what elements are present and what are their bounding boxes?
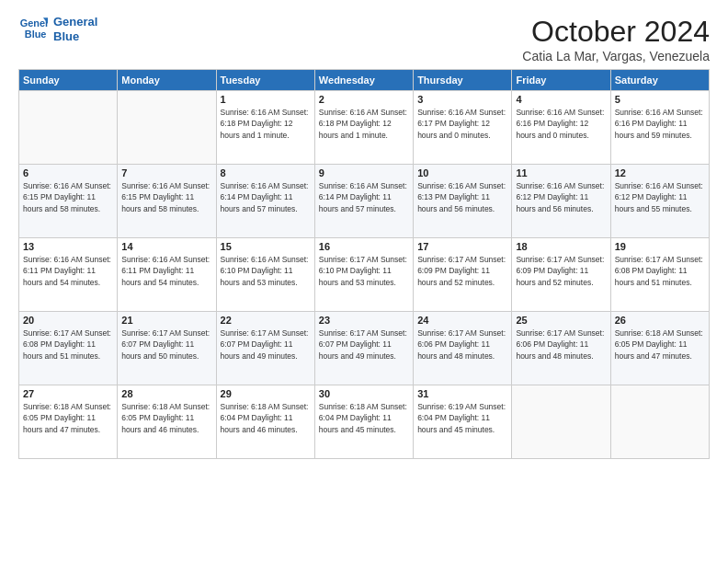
- day-info: Sunrise: 6:17 AM Sunset: 6:10 PM Dayligh…: [319, 254, 409, 288]
- day-number: 10: [417, 167, 507, 178]
- calendar-cell: 3Sunrise: 6:16 AM Sunset: 6:17 PM Daylig…: [414, 91, 512, 165]
- calendar-cell: 13Sunrise: 6:16 AM Sunset: 6:11 PM Dayli…: [19, 238, 118, 312]
- svg-text:Blue: Blue: [25, 29, 47, 40]
- calendar-cell: 7Sunrise: 6:16 AM Sunset: 6:15 PM Daylig…: [118, 165, 216, 238]
- day-number: 30: [319, 388, 409, 399]
- day-number: 29: [221, 388, 311, 399]
- logo: General Blue General Blue: [18, 15, 97, 44]
- day-number: 6: [23, 167, 113, 178]
- day-number: 22: [221, 315, 311, 326]
- day-number: 2: [319, 94, 409, 105]
- day-number: 5: [615, 94, 705, 105]
- day-info: Sunrise: 6:16 AM Sunset: 6:16 PM Dayligh…: [516, 107, 606, 141]
- day-info: Sunrise: 6:17 AM Sunset: 6:07 PM Dayligh…: [221, 327, 311, 362]
- day-info: Sunrise: 6:16 AM Sunset: 6:12 PM Dayligh…: [516, 180, 606, 214]
- calendar-cell: 19Sunrise: 6:17 AM Sunset: 6:08 PM Dayli…: [610, 238, 709, 312]
- calendar-cell: 16Sunrise: 6:17 AM Sunset: 6:10 PM Dayli…: [314, 238, 413, 312]
- day-info: Sunrise: 6:17 AM Sunset: 6:09 PM Dayligh…: [516, 254, 606, 288]
- calendar-cell: 21Sunrise: 6:17 AM Sunset: 6:07 PM Dayli…: [118, 312, 216, 385]
- header: General Blue General Blue October 2024 C…: [18, 15, 710, 63]
- calendar-week-row: 20Sunrise: 6:17 AM Sunset: 6:08 PM Dayli…: [19, 312, 710, 385]
- day-info: Sunrise: 6:16 AM Sunset: 6:18 PM Dayligh…: [221, 107, 311, 141]
- calendar-cell: 20Sunrise: 6:17 AM Sunset: 6:08 PM Dayli…: [19, 312, 118, 385]
- day-number: 24: [417, 315, 507, 326]
- calendar-cell: 27Sunrise: 6:18 AM Sunset: 6:05 PM Dayli…: [19, 385, 118, 459]
- calendar-cell: 26Sunrise: 6:18 AM Sunset: 6:05 PM Dayli…: [610, 312, 709, 385]
- calendar-cell: 5Sunrise: 6:16 AM Sunset: 6:16 PM Daylig…: [610, 91, 709, 165]
- calendar-cell: 31Sunrise: 6:19 AM Sunset: 6:04 PM Dayli…: [414, 385, 512, 459]
- day-info: Sunrise: 6:18 AM Sunset: 6:05 PM Dayligh…: [121, 401, 211, 435]
- day-info: Sunrise: 6:18 AM Sunset: 6:04 PM Dayligh…: [319, 401, 409, 435]
- calendar-cell: [118, 91, 216, 165]
- day-number: 25: [516, 315, 606, 326]
- calendar-cell: 2Sunrise: 6:16 AM Sunset: 6:18 PM Daylig…: [314, 91, 413, 165]
- day-number: 31: [417, 388, 507, 399]
- day-number: 28: [121, 388, 211, 399]
- day-number: 3: [417, 94, 507, 105]
- day-number: 23: [319, 315, 409, 326]
- calendar-cell: 11Sunrise: 6:16 AM Sunset: 6:12 PM Dayli…: [512, 165, 610, 238]
- day-number: 16: [319, 241, 409, 252]
- day-info: Sunrise: 6:16 AM Sunset: 6:18 PM Dayligh…: [319, 107, 409, 141]
- calendar-header-row: SundayMondayTuesdayWednesdayThursdayFrid…: [19, 70, 710, 91]
- calendar-cell: 10Sunrise: 6:16 AM Sunset: 6:13 PM Dayli…: [414, 165, 512, 238]
- calendar-cell: 22Sunrise: 6:17 AM Sunset: 6:07 PM Dayli…: [216, 312, 314, 385]
- calendar-week-row: 6Sunrise: 6:16 AM Sunset: 6:15 PM Daylig…: [19, 165, 710, 238]
- calendar-cell: 15Sunrise: 6:16 AM Sunset: 6:10 PM Dayli…: [216, 238, 314, 312]
- day-info: Sunrise: 6:17 AM Sunset: 6:08 PM Dayligh…: [615, 254, 705, 288]
- day-number: 13: [23, 241, 113, 252]
- day-info: Sunrise: 6:16 AM Sunset: 6:15 PM Dayligh…: [121, 180, 211, 214]
- day-info: Sunrise: 6:17 AM Sunset: 6:09 PM Dayligh…: [417, 254, 507, 288]
- svg-text:General: General: [20, 17, 48, 29]
- day-info: Sunrise: 6:16 AM Sunset: 6:14 PM Dayligh…: [221, 180, 311, 214]
- calendar-table: SundayMondayTuesdayWednesdayThursdayFrid…: [18, 69, 710, 459]
- day-info: Sunrise: 6:16 AM Sunset: 6:10 PM Dayligh…: [221, 254, 311, 288]
- day-info: Sunrise: 6:17 AM Sunset: 6:07 PM Dayligh…: [121, 327, 211, 362]
- day-info: Sunrise: 6:18 AM Sunset: 6:05 PM Dayligh…: [615, 327, 705, 362]
- calendar-cell: [19, 91, 118, 165]
- day-info: Sunrise: 6:17 AM Sunset: 6:06 PM Dayligh…: [516, 327, 606, 362]
- calendar-header-day: Monday: [118, 70, 216, 91]
- calendar-cell: 29Sunrise: 6:18 AM Sunset: 6:04 PM Dayli…: [216, 385, 314, 459]
- calendar-header-day: Saturday: [610, 70, 709, 91]
- day-number: 17: [417, 241, 507, 252]
- calendar-header-day: Wednesday: [314, 70, 413, 91]
- day-info: Sunrise: 6:17 AM Sunset: 6:06 PM Dayligh…: [417, 327, 507, 362]
- calendar-cell: 17Sunrise: 6:17 AM Sunset: 6:09 PM Dayli…: [414, 238, 512, 312]
- day-info: Sunrise: 6:16 AM Sunset: 6:13 PM Dayligh…: [417, 180, 507, 214]
- day-info: Sunrise: 6:18 AM Sunset: 6:05 PM Dayligh…: [23, 401, 113, 435]
- page-container: General Blue General Blue October 2024 C…: [0, 0, 728, 468]
- calendar-cell: 9Sunrise: 6:16 AM Sunset: 6:14 PM Daylig…: [314, 165, 413, 238]
- calendar-cell: 18Sunrise: 6:17 AM Sunset: 6:09 PM Dayli…: [512, 238, 610, 312]
- day-info: Sunrise: 6:16 AM Sunset: 6:11 PM Dayligh…: [121, 254, 211, 288]
- day-number: 12: [615, 167, 705, 178]
- month-title: October 2024: [522, 15, 710, 49]
- day-number: 21: [121, 315, 211, 326]
- day-number: 7: [121, 167, 211, 178]
- calendar-cell: 8Sunrise: 6:16 AM Sunset: 6:14 PM Daylig…: [216, 165, 314, 238]
- calendar-cell: 6Sunrise: 6:16 AM Sunset: 6:15 PM Daylig…: [19, 165, 118, 238]
- logo-line2: Blue: [53, 29, 97, 44]
- day-number: 19: [615, 241, 705, 252]
- calendar-cell: 30Sunrise: 6:18 AM Sunset: 6:04 PM Dayli…: [314, 385, 413, 459]
- day-number: 18: [516, 241, 606, 252]
- calendar-cell: 25Sunrise: 6:17 AM Sunset: 6:06 PM Dayli…: [512, 312, 610, 385]
- day-number: 1: [221, 94, 311, 105]
- day-number: 14: [121, 241, 211, 252]
- day-number: 15: [221, 241, 311, 252]
- calendar-week-row: 1Sunrise: 6:16 AM Sunset: 6:18 PM Daylig…: [19, 91, 710, 165]
- day-number: 20: [23, 315, 113, 326]
- day-number: 26: [615, 315, 705, 326]
- calendar-cell: 1Sunrise: 6:16 AM Sunset: 6:18 PM Daylig…: [216, 91, 314, 165]
- day-info: Sunrise: 6:16 AM Sunset: 6:12 PM Dayligh…: [615, 180, 705, 214]
- day-number: 4: [516, 94, 606, 105]
- location-title: Catia La Mar, Vargas, Venezuela: [522, 49, 710, 63]
- logo-icon: General Blue: [18, 15, 48, 44]
- calendar-cell: [610, 385, 709, 459]
- day-number: 27: [23, 388, 113, 399]
- calendar-cell: 12Sunrise: 6:16 AM Sunset: 6:12 PM Dayli…: [610, 165, 709, 238]
- day-info: Sunrise: 6:16 AM Sunset: 6:16 PM Dayligh…: [615, 107, 705, 141]
- calendar-cell: 14Sunrise: 6:16 AM Sunset: 6:11 PM Dayli…: [118, 238, 216, 312]
- day-info: Sunrise: 6:19 AM Sunset: 6:04 PM Dayligh…: [417, 401, 507, 435]
- calendar-week-row: 13Sunrise: 6:16 AM Sunset: 6:11 PM Dayli…: [19, 238, 710, 312]
